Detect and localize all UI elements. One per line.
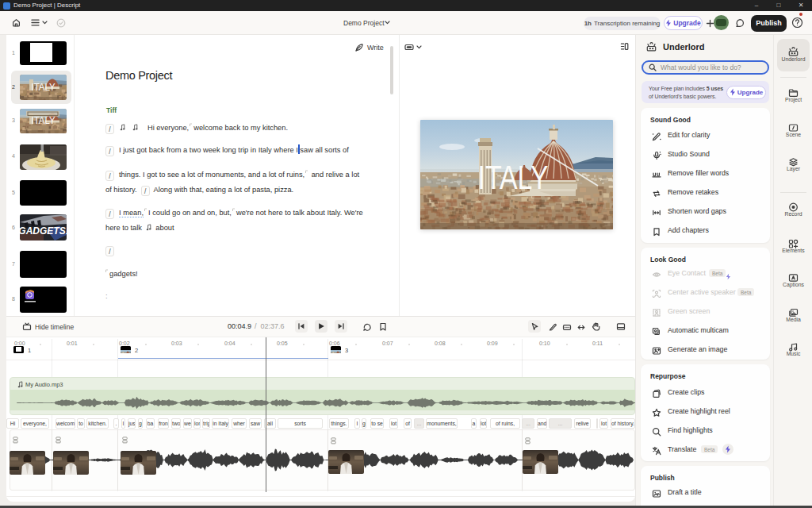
svg-text:ITALY: ITALY [477,159,548,196]
svg-text:ITALY: ITALY [32,115,56,127]
svg-text:GADGETS!: GADGETS! [20,225,67,237]
svg-text:ITALY: ITALY [32,81,56,93]
